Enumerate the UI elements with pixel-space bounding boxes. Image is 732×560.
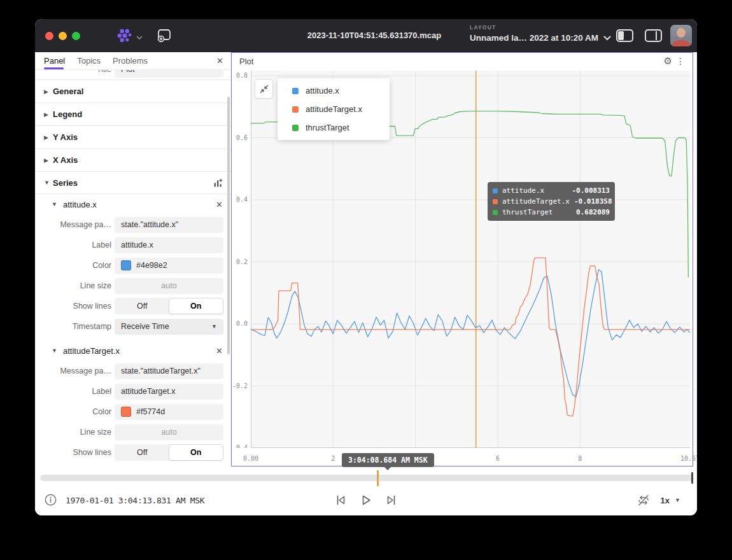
scrubber-end-marker: [691, 472, 693, 484]
message-path-row: Message pa… state."attitudeTarget.x": [35, 361, 231, 381]
seek-backward-icon[interactable]: [334, 494, 347, 507]
color-swatch[interactable]: [121, 407, 131, 417]
series-swatch: [493, 210, 498, 215]
sidebar-tabbar: Panel Topics Problems ✕: [35, 52, 231, 70]
section-general[interactable]: ▶ General: [35, 80, 231, 102]
chevron-right-icon: ▶: [44, 134, 53, 141]
legend-item-attitude-x[interactable]: attitude.x: [278, 81, 390, 100]
section-series[interactable]: ▼ Series: [35, 171, 231, 194]
app-menu-chevron-icon[interactable]: [136, 31, 143, 43]
gear-icon[interactable]: ⚙: [664, 55, 672, 67]
show-lines-on-button[interactable]: On: [169, 445, 223, 460]
add-series-icon[interactable]: [213, 178, 223, 190]
loop-off-icon[interactable]: [637, 494, 651, 507]
series-swatch: [493, 188, 498, 193]
seek-forward-icon[interactable]: [385, 494, 398, 507]
series-header[interactable]: ▼ attitudeTarget.x ✕: [35, 340, 231, 361]
user-avatar[interactable]: [670, 25, 692, 46]
label-row: Label attitudeTarget.x: [35, 381, 231, 402]
sidebar-close-icon[interactable]: ✕: [216, 56, 223, 66]
app-window: 2023-11-10T04:51:45.631370.mcap LAYOUT U…: [35, 19, 697, 515]
titlebar: 2023-11-10T04:51:45.631370.mcap LAYOUT U…: [35, 19, 697, 52]
chevron-down-icon: ▼: [211, 323, 217, 330]
message-path-input[interactable]: state."attitude.x": [115, 217, 223, 233]
chevron-down-icon: ▼: [52, 201, 60, 207]
section-x-axis[interactable]: ▶ X Axis: [35, 148, 231, 171]
series-swatch: [292, 106, 299, 113]
info-icon[interactable]: [45, 494, 57, 506]
play-icon[interactable]: [360, 494, 372, 507]
tab-problems[interactable]: Problems: [113, 52, 148, 69]
layout-label: LAYOUT: [470, 24, 611, 31]
right-sidebar-toggle-icon[interactable]: [645, 29, 662, 42]
label-input[interactable]: attitude.x: [115, 237, 223, 253]
tab-panel[interactable]: Panel: [44, 52, 65, 69]
section-legend[interactable]: ▶ Legend: [35, 102, 231, 125]
series-settings-attitude-x: ▼ attitude.x ✕ Message pa… state."attitu…: [35, 194, 231, 337]
show-lines-off-button[interactable]: Off: [115, 445, 169, 460]
legend-collapse-button[interactable]: [255, 79, 273, 99]
tab-topics[interactable]: Topics: [77, 52, 101, 69]
minimize-window-button[interactable]: [59, 32, 67, 40]
show-lines-on-button[interactable]: On: [169, 298, 223, 314]
layout-selector[interactable]: LAYOUT Unnamed la… 2022 at 10:20 AM: [470, 24, 611, 43]
chevron-down-icon[interactable]: ▼: [675, 497, 680, 503]
window-controls: [45, 32, 80, 40]
line-size-input[interactable]: auto: [115, 424, 223, 440]
maximize-window-button[interactable]: [72, 32, 80, 40]
color-row: Color #4e98e2: [35, 255, 231, 276]
color-swatch[interactable]: [121, 260, 131, 270]
line-size-row: Line size auto: [35, 276, 231, 296]
playback-speed[interactable]: 1x: [661, 496, 670, 505]
scrubber-time-tooltip: 3:04:08.684 AM MSK: [342, 453, 434, 467]
line-size-row: Line size auto: [35, 422, 231, 442]
chart-hover-tooltip: attitude.x -0.008313 attitudeTarget.x -0…: [488, 182, 615, 221]
label-input[interactable]: attitudeTarget.x: [115, 384, 223, 400]
show-lines-row: Show lines Off On: [35, 442, 231, 463]
left-sidebar-toggle-icon[interactable]: [616, 29, 633, 42]
series-header[interactable]: ▼ attitude.x ✕: [35, 194, 231, 214]
kebab-menu-icon[interactable]: ⋮: [676, 56, 685, 66]
plot-panel[interactable]: Plot ⚙ ⋮ 0.80.60.40.20.0-0.2-0.4 0.00246…: [231, 52, 693, 466]
series-swatch: [493, 199, 498, 204]
layout-name: Unnamed la… 2022 at 10:20 AM: [470, 33, 598, 43]
remove-series-icon[interactable]: ✕: [216, 346, 223, 356]
x-axis-labels: 0.00246810.67: [251, 455, 690, 464]
sidebar-scrollbar[interactable]: [227, 97, 230, 354]
color-input[interactable]: #f5774d: [115, 404, 223, 420]
layout-chevron-icon: [603, 32, 611, 43]
title-setting-input[interactable]: Plot: [115, 70, 223, 78]
scrubber-playhead[interactable]: [377, 470, 379, 486]
show-lines-off-button[interactable]: Off: [115, 298, 169, 314]
chevron-down-icon: ▼: [44, 179, 53, 186]
show-lines-toggle: Off On: [115, 298, 223, 314]
foxglove-logo-icon[interactable]: [116, 27, 133, 46]
close-window-button[interactable]: [45, 32, 53, 40]
section-y-axis[interactable]: ▶ Y Axis: [35, 125, 231, 148]
series-swatch: [292, 125, 299, 131]
legend-item-thrustTarget[interactable]: thrustTarget: [278, 118, 390, 137]
chevron-right-icon: ▶: [44, 111, 53, 118]
show-lines-toggle: Off On: [115, 444, 223, 461]
collapse-arrows-icon: [259, 84, 269, 94]
panel-settings-sidebar: Panel Topics Problems ✕ Title Plot ▶ Gen…: [35, 52, 231, 466]
line-size-input[interactable]: auto: [115, 278, 223, 294]
chevron-right-icon: ▶: [44, 157, 53, 164]
main-area: Panel Topics Problems ✕ Title Plot ▶ Gen…: [35, 52, 697, 466]
legend-item-attitudeTarget-x[interactable]: attitudeTarget.x: [278, 100, 390, 118]
message-path-input[interactable]: state."attitudeTarget.x": [115, 363, 223, 379]
data-source-title[interactable]: 2023-11-10T04:51:45.631370.mcap: [290, 19, 459, 52]
remove-series-icon[interactable]: ✕: [216, 200, 223, 209]
timeline-scrubber[interactable]: [40, 475, 694, 481]
chevron-down-icon: ▼: [52, 347, 60, 354]
current-timestamp: 1970-01-01 3:04:13.831 AM MSK: [66, 485, 204, 515]
tooltip-row: attitudeTarget.x -0.018358: [493, 196, 610, 207]
title-setting-label: Title: [35, 70, 111, 74]
tooltip-row: attitude.x -0.008313: [493, 185, 610, 196]
plot-panel-title: Plot: [239, 57, 253, 66]
add-panel-icon[interactable]: [156, 28, 172, 46]
timestamp-select[interactable]: Receive Time ▼: [115, 319, 223, 335]
series-swatch: [292, 88, 299, 94]
color-input[interactable]: #4e98e2: [115, 258, 223, 274]
playback-bar: 1970-01-01 3:04:13.831 AM MSK: [35, 466, 697, 515]
